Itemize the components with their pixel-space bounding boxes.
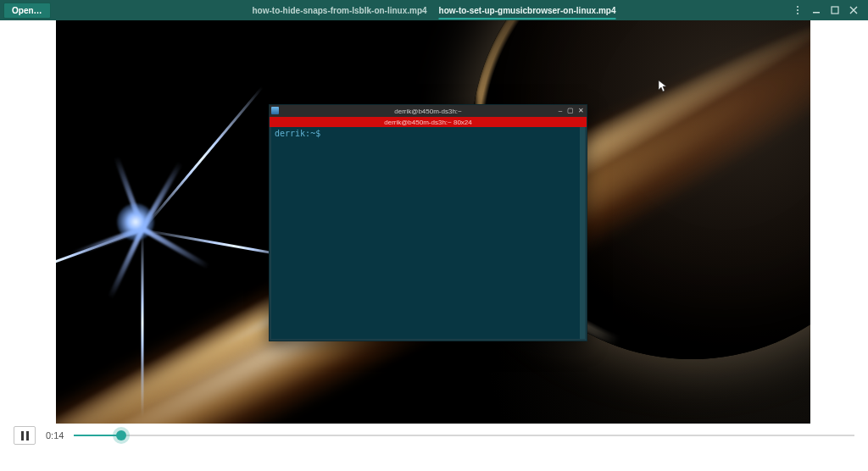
pause-button[interactable] [14,426,36,445]
playback-time: 0:14 [46,430,64,441]
player-controls: 0:14 [0,424,868,447]
svg-point-1 [797,9,798,11]
terminal-scrollbar [580,127,585,339]
terminal-maximize-icon: ▢ [566,106,575,114]
maximize-icon[interactable] [829,4,841,16]
open-file-button[interactable]: Open… [3,3,51,19]
seek-thumb[interactable] [116,430,126,441]
app-header: Open… how-to-hide-snaps-from-lsblk-on-li… [0,0,868,20]
video-canvas[interactable]: derrik@b450m-ds3h:~ – ▢ ✕ derrik@b450m-d… [56,20,810,447]
window-controls [792,4,868,16]
terminal-prompt: derrik:~$ [271,127,580,140]
terminal-body: derrik:~$ [271,127,580,339]
tab-video-2[interactable]: how-to-set-up-gmusicbrowser-on-linux.mp4 [439,3,616,19]
seek-slider[interactable] [74,429,854,441]
svg-rect-4 [832,7,838,14]
terminal-menubar: derrik@b450m-ds3h:~ 80x24 [270,117,587,127]
terminal-title-text: derrik@b450m-ds3h:~ [394,108,462,115]
terminal-dimensions-label: derrik@b450m-ds3h:~ 80x24 [384,119,472,126]
svg-point-2 [797,13,798,14]
terminal-app-icon [271,107,279,114]
pause-icon [21,431,29,441]
embedded-terminal-window: derrik@b450m-ds3h:~ – ▢ ✕ derrik@b450m-d… [269,104,587,341]
minimize-icon[interactable] [810,4,822,16]
kebab-menu-icon[interactable] [792,4,804,16]
seek-fill [74,435,120,436]
close-icon[interactable] [848,4,860,16]
terminal-close-icon: ✕ [576,106,585,114]
terminal-titlebar: derrik@b450m-ds3h:~ – ▢ ✕ [270,105,587,117]
video-stage: derrik@b450m-ds3h:~ – ▢ ✕ derrik@b450m-d… [0,20,868,447]
svg-rect-3 [813,12,820,14]
document-tabs: how-to-hide-snaps-from-lsblk-on-linux.mp… [253,0,616,20]
tab-video-1[interactable]: how-to-hide-snaps-from-lsblk-on-linux.mp… [253,3,427,19]
svg-point-0 [797,6,798,8]
terminal-minimize-icon: – [556,106,565,114]
seek-rail [74,435,854,436]
terminal-window-controls: – ▢ ✕ [556,106,585,114]
